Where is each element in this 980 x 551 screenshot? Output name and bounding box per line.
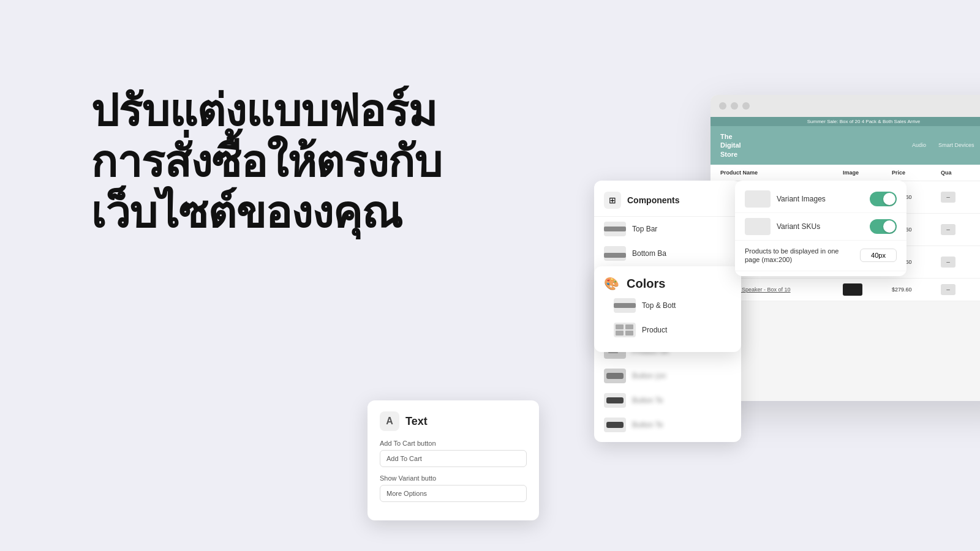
component-item-bottombar[interactable]: Bottom Ba [594,241,741,266]
right-comp-label-variant-skus: Variant SKUs [777,222,820,231]
product-image-4 [843,283,862,296]
browser-titlebar [710,95,980,117]
component-thumb-bottombar [604,246,626,261]
col-image: Image [843,170,892,176]
component-label-topbar: Top Bar [632,225,657,233]
component-label-buttontext2: Button Te [632,421,663,429]
store-nav-smart: Smart Devices [938,142,974,148]
col-qty: Qua [941,170,978,176]
components-icon: ⊞ [604,192,621,209]
components-title: Components [627,195,680,205]
browser-dot-3 [742,102,750,110]
component-label-buttononhover: Button (on [632,372,666,380]
component-thumb-topbar [604,222,626,236]
table-row: Outdoor Speaker - Box of 10 $279.60 – [710,279,980,301]
right-comp-variant-images-left: Variant Images [745,190,826,208]
hero-section: ปรับแต่งแบบฟอร์มการสั่งซื้อให้ตรงกับเว็บ… [91,86,458,238]
color-item-product[interactable]: Product [604,318,731,342]
component-thumb-buttontext2 [604,418,626,432]
right-comp-variant-skus: Variant SKUs [735,213,907,241]
browser-dot-2 [731,102,738,110]
hero-title: ปรับแต่งแบบฟอร์มการสั่งซื้อให้ตรงกับเว็บ… [91,86,458,238]
component-thumb-buttononhover [604,369,626,383]
col-price: Price [892,170,941,176]
color-thumb-product [614,323,636,337]
right-comp-variant-skus-left: Variant SKUs [745,218,820,235]
text-field-showvariant-input[interactable] [380,485,527,502]
color-thumb-topbottom [614,298,636,313]
text-field-showvariant-group: Show Variant butto [380,474,527,509]
text-panel-title: Text [405,415,428,428]
text-field-addtocart-label: Add To Cart button [380,440,527,447]
color-label-topbottom: Top & Bott [642,301,676,310]
text-field-addtocart-group: Add To Cart button [380,440,527,474]
store-table-header: Product Name Image Price Qua [710,165,980,181]
colors-panel: 🎨 Colors Top & Bott Product [594,266,741,352]
color-item-topbottom[interactable]: Top & Bott [604,293,731,318]
components-header: ⊞ Components [594,186,741,217]
col-product-name: Product Name [720,170,843,176]
text-panel-header: A Text [380,411,527,431]
colors-title: Colors [627,277,665,291]
variant-images-toggle-knob [883,193,895,205]
text-icon: A [380,411,399,431]
store-nav-audio: Audio [912,142,926,148]
color-label-product: Product [642,326,667,334]
right-comp-variant-images: Variant Images [735,186,907,213]
store-header: TheDigitalStore Audio Smart Devices Smar… [710,126,980,165]
right-comp-products-per-page: Products to be displayed in one page (ma… [735,241,907,271]
text-panel: A Text Add To Cart button Show Variant b… [368,400,539,520]
variant-skus-toggle-knob [883,220,895,233]
store-logo: TheDigitalStore [720,132,741,159]
product-qty-2[interactable]: – [941,224,956,235]
store-promo-bar: Summer Sale: Box of 20 4 Pack & Both Sal… [710,117,980,126]
variant-skus-toggle[interactable] [870,219,897,234]
colors-header: 🎨 Colors [604,276,731,291]
browser-dot-1 [719,102,726,110]
store-nav: Audio Smart Devices Smart O [912,142,980,148]
component-item-topbar[interactable]: Top Bar [594,217,741,241]
right-comp-label-variant-images: Variant Images [777,195,826,203]
component-label-buttontext1: Button Te [632,396,663,405]
product-qty-3[interactable]: – [941,257,956,268]
variant-images-toggle[interactable] [870,192,897,206]
component-label-bottombar: Bottom Ba [632,249,666,258]
component-item-buttontext1[interactable]: Button Te [594,388,741,413]
right-components-panel: Variant Images Variant SKUs Products to … [735,181,907,276]
right-comp-thumb-2 [745,218,771,235]
component-thumb-buttontext1 [604,393,626,408]
colors-icon: 🎨 [604,276,619,291]
product-qty-1[interactable]: – [941,192,956,203]
text-field-showvariant-label: Show Variant butto [380,474,527,482]
text-field-addtocart-input[interactable] [380,450,527,467]
right-comp-label-products-per-page: Products to be displayed in one page (ma… [745,247,849,264]
product-price-4: $279.60 [892,287,941,293]
component-item-buttontext2[interactable]: Button Te [594,413,741,437]
product-qty-4[interactable]: – [941,284,956,295]
component-item-buttononhover[interactable]: Button (on [594,364,741,388]
products-per-page-input[interactable] [860,249,897,262]
right-comp-thumb-1 [745,190,771,208]
